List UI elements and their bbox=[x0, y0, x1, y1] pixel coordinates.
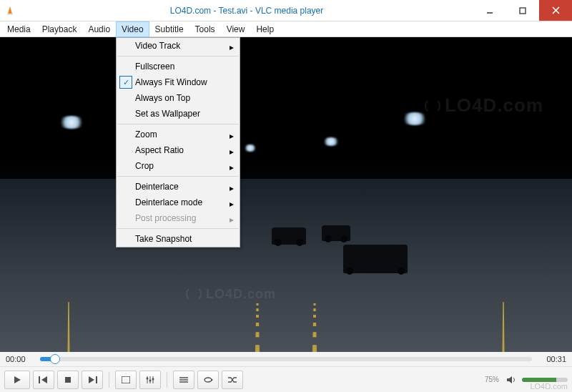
watermark-center: LO4D.com bbox=[186, 286, 276, 302]
menu-item-always-fit-window[interactable]: ✓ Always Fit Window bbox=[117, 74, 240, 90]
menu-item-aspect-ratio[interactable]: Aspect Ratio ▸ bbox=[117, 142, 240, 158]
svg-rect-11 bbox=[96, 376, 97, 383]
menu-item-always-on-top[interactable]: Always on Top bbox=[117, 90, 240, 106]
menu-playback[interactable]: Playback bbox=[36, 21, 83, 37]
menu-subtitle[interactable]: Subtitle bbox=[149, 21, 189, 37]
maximize-button[interactable] bbox=[506, 0, 539, 21]
submenu-arrow-icon: ▸ bbox=[230, 147, 234, 157]
svg-rect-7 bbox=[39, 376, 40, 383]
playlist-icon bbox=[179, 376, 188, 383]
stop-button[interactable] bbox=[57, 371, 79, 389]
menu-item-deinterlace-mode[interactable]: Deinterlace mode ▸ bbox=[117, 195, 240, 210]
video-road bbox=[0, 179, 572, 352]
menu-help[interactable]: Help bbox=[250, 21, 280, 37]
play-icon bbox=[13, 376, 21, 384]
svg-point-17 bbox=[149, 379, 152, 381]
menu-item-fullscreen[interactable]: Fullscreen bbox=[117, 59, 240, 74]
submenu-arrow-icon: ▸ bbox=[230, 162, 234, 172]
submenu-arrow-icon: ▸ bbox=[230, 42, 234, 52]
shuffle-button[interactable] bbox=[222, 371, 243, 389]
volume-slider[interactable] bbox=[522, 378, 568, 382]
volume-percent: 75% bbox=[478, 376, 499, 383]
menu-item-post-processing: Post processing ▸ bbox=[117, 210, 240, 226]
time-current[interactable]: 00:00 bbox=[6, 355, 34, 363]
speaker-icon bbox=[507, 376, 517, 384]
checkmark-icon: ✓ bbox=[119, 76, 132, 89]
playback-controls: 75% bbox=[0, 366, 572, 392]
menu-tools[interactable]: Tools bbox=[189, 21, 221, 37]
menu-video[interactable]: Video bbox=[116, 21, 149, 37]
svg-rect-1 bbox=[7, 14, 13, 15]
svg-marker-22 bbox=[211, 378, 213, 381]
app-icon bbox=[0, 0, 20, 21]
mute-button[interactable] bbox=[505, 376, 519, 384]
loop-button[interactable] bbox=[197, 371, 219, 389]
svg-rect-12 bbox=[122, 376, 130, 383]
submenu-arrow-icon: ▸ bbox=[230, 131, 234, 141]
seek-knob[interactable] bbox=[50, 354, 60, 364]
submenu-arrow-icon: ▸ bbox=[230, 199, 234, 209]
svg-marker-0 bbox=[8, 6, 12, 14]
menu-item-crop[interactable]: Crop ▸ bbox=[117, 158, 240, 174]
video-dropdown: Video Track ▸ Fullscreen ✓ Always Fit Wi… bbox=[116, 37, 240, 248]
skip-forward-icon bbox=[87, 376, 97, 383]
svg-point-16 bbox=[147, 377, 149, 379]
extended-settings-button[interactable] bbox=[139, 371, 161, 389]
fullscreen-icon bbox=[122, 376, 130, 383]
menu-audio[interactable]: Audio bbox=[82, 21, 116, 37]
svg-marker-10 bbox=[89, 376, 94, 383]
titlebar: LO4D.com - Test.avi - VLC media player bbox=[0, 0, 572, 21]
menu-item-set-as-wallpaper[interactable]: Set as Wallpaper bbox=[117, 106, 240, 122]
svg-rect-3 bbox=[520, 8, 526, 14]
svg-point-18 bbox=[152, 378, 154, 380]
svg-marker-23 bbox=[507, 376, 512, 383]
svg-rect-9 bbox=[65, 377, 71, 383]
close-button[interactable] bbox=[539, 0, 572, 21]
submenu-arrow-icon: ▸ bbox=[230, 215, 234, 225]
window-controls bbox=[473, 0, 572, 21]
refresh-icon bbox=[186, 286, 202, 302]
menu-item-zoom[interactable]: Zoom ▸ bbox=[117, 127, 240, 142]
playlist-button[interactable] bbox=[173, 371, 194, 389]
previous-button[interactable] bbox=[33, 371, 54, 389]
menu-view[interactable]: View bbox=[221, 21, 251, 37]
equalizer-icon bbox=[146, 376, 154, 383]
svg-marker-8 bbox=[41, 376, 47, 383]
stop-icon bbox=[64, 376, 72, 383]
fullscreen-button[interactable] bbox=[115, 371, 137, 389]
submenu-arrow-icon: ▸ bbox=[230, 183, 234, 193]
watermark-top: LO4D.com bbox=[425, 94, 543, 117]
play-button[interactable] bbox=[4, 371, 30, 389]
refresh-icon bbox=[425, 98, 440, 114]
menu-item-video-track[interactable]: Video Track ▸ bbox=[117, 38, 240, 54]
menu-item-take-snapshot[interactable]: Take Snapshot bbox=[117, 231, 240, 247]
video-car bbox=[343, 245, 408, 273]
svg-marker-6 bbox=[14, 376, 21, 383]
next-button[interactable] bbox=[82, 371, 103, 389]
seek-slider[interactable] bbox=[40, 357, 532, 361]
menu-item-deinterlace[interactable]: Deinterlace ▸ bbox=[117, 179, 240, 195]
minimize-button[interactable] bbox=[473, 0, 506, 21]
time-total[interactable]: 00:31 bbox=[538, 355, 566, 363]
skip-back-icon bbox=[39, 376, 49, 383]
loop-icon bbox=[203, 376, 213, 383]
seek-bar-row: 00:00 00:31 bbox=[0, 352, 572, 366]
menubar: Media Playback Audio Video Subtitle Tool… bbox=[0, 21, 572, 37]
shuffle-icon bbox=[227, 376, 237, 383]
video-area[interactable]: LO4D.com LO4D.com bbox=[0, 37, 572, 352]
menu-media[interactable]: Media bbox=[1, 21, 36, 37]
window-title: LO4D.com - Test.avi - VLC media player bbox=[20, 0, 473, 21]
